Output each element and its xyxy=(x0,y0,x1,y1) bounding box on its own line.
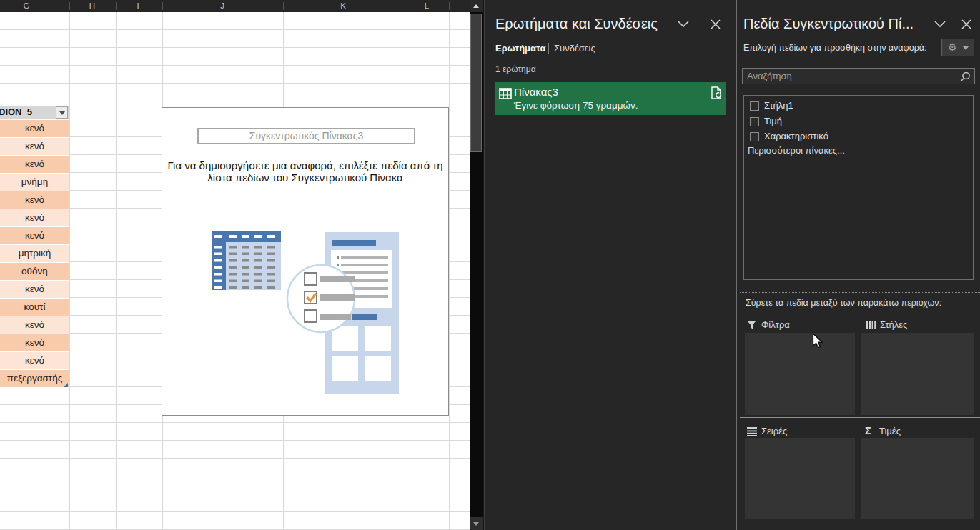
field-row[interactable]: Χαρακτηριστικό xyxy=(744,130,973,145)
column-divider xyxy=(69,2,70,10)
column-letter-K[interactable]: K xyxy=(340,0,346,12)
areas-horizontal-divider xyxy=(740,417,980,418)
column-letter-H[interactable]: H xyxy=(89,0,95,12)
table-row[interactable]: κουτί xyxy=(0,299,69,316)
columns-icon xyxy=(866,320,876,330)
field-label: Τιμή xyxy=(764,116,782,126)
spreadsheet-grid[interactable]: GHIJKL DION_5 κενόκενόκενόμνήμηκενόκενόκ… xyxy=(0,0,470,530)
column-letter-L[interactable]: L xyxy=(425,0,429,12)
triangle-down-icon xyxy=(473,522,479,526)
table-row[interactable]: κενό xyxy=(0,191,69,209)
drop-zone-filters[interactable] xyxy=(745,333,855,415)
field-checkbox[interactable] xyxy=(750,132,759,141)
drop-zone-rows[interactable] xyxy=(745,438,855,519)
search-box[interactable] xyxy=(742,68,975,84)
refresh-file-icon[interactable] xyxy=(711,86,724,101)
table-row[interactable]: μητρική xyxy=(0,245,69,263)
vertical-scrollbar[interactable] xyxy=(470,0,483,530)
table-row[interactable]: κενό xyxy=(0,227,69,245)
column-letter-G[interactable]: G xyxy=(24,0,30,12)
table-row[interactable]: κενό xyxy=(0,120,69,138)
table-row[interactable]: κενό xyxy=(0,209,69,227)
field-label: Στήλη1 xyxy=(764,100,793,111)
table-row[interactable]: κενό xyxy=(0,316,69,334)
table-row[interactable]: κενό xyxy=(0,281,69,299)
column-divider xyxy=(116,2,117,10)
table-row[interactable]: κενό xyxy=(0,334,69,352)
chevron-down-icon xyxy=(59,111,65,115)
gear-icon: ⚙ xyxy=(948,41,957,53)
column-divider xyxy=(449,2,450,10)
table-row[interactable]: μνήμη xyxy=(0,174,69,191)
close-icon[interactable] xyxy=(711,19,721,29)
sigma-icon: Σ xyxy=(865,424,871,436)
scroll-down-button[interactable] xyxy=(470,517,483,530)
chevron-down-icon[interactable] xyxy=(678,21,689,28)
divider xyxy=(495,76,725,76)
tab-queries[interactable]: Ερωτήματα xyxy=(495,43,545,54)
drag-hint-text: Σύρετε τα πεδία μεταξύ των παρακάτω περι… xyxy=(746,298,941,308)
query-item[interactable]: Πίνακας3 Έγινε φόρτωση 75 γραμμών. xyxy=(495,82,726,115)
table-illustration-icon xyxy=(212,231,281,290)
queries-connections-panel: Ερωτήματα και Συνδέσεις Ερωτήματα Συνδέσ… xyxy=(484,0,737,530)
scroll-up-button[interactable] xyxy=(470,0,483,12)
pivot-illustration xyxy=(205,226,412,404)
tab-connections[interactable]: Συνδέσεις xyxy=(554,43,595,54)
field-row[interactable]: Τιμή xyxy=(744,115,973,130)
field-label: Χαρακτηριστικό xyxy=(764,131,828,141)
excel-window: GHIJKL DION_5 κενόκενόκενόμνήμηκενόκενόκ… xyxy=(0,0,980,530)
table-resize-handle[interactable] xyxy=(64,383,68,387)
field-checkbox[interactable] xyxy=(750,117,759,126)
filter-dropdown-button[interactable] xyxy=(56,106,68,119)
query-count-label: 1 ερώτημα xyxy=(495,64,536,74)
grid-vline xyxy=(69,12,70,530)
areas-vertical-divider xyxy=(858,321,858,519)
close-icon[interactable] xyxy=(961,19,971,29)
field-checkbox[interactable] xyxy=(750,101,759,111)
filter-icon xyxy=(747,320,757,330)
rows-icon xyxy=(747,426,757,436)
column-divider xyxy=(283,2,284,10)
table-row[interactable]: κενό xyxy=(0,138,69,156)
chevron-down-icon[interactable] xyxy=(934,21,946,28)
column-divider xyxy=(162,2,163,10)
search-icon xyxy=(959,71,971,83)
fields-panel-title: Πεδία Συγκεντρωτικού Πί... xyxy=(743,16,914,32)
dotted-separator xyxy=(740,292,980,293)
grid-vline xyxy=(449,12,450,530)
query-name: Πίνακας3 xyxy=(514,86,558,98)
column-letter-I[interactable]: I xyxy=(137,0,139,12)
table-row[interactable]: κενό xyxy=(0,156,69,174)
field-row[interactable]: Στήλη1 xyxy=(744,99,973,114)
fields-subtitle: Επιλογή πεδίων για προσθήκη στην αναφορά… xyxy=(743,43,926,53)
table-row[interactable]: οθόνη xyxy=(0,263,69,281)
table-icon xyxy=(499,88,513,100)
column-divider xyxy=(405,2,405,10)
scrollbar-thumb[interactable] xyxy=(470,14,482,152)
mouse-cursor xyxy=(812,333,823,349)
table-row[interactable]: πεξεργαστής xyxy=(0,370,69,388)
triangle-up-icon xyxy=(473,4,479,8)
column-letter-J[interactable]: J xyxy=(220,0,224,12)
field-list: Στήλη1ΤιμήΧαρακτηριστικό Περισσότεροι πί… xyxy=(743,95,974,280)
tab-separator xyxy=(548,43,549,54)
pivot-placeholder[interactable]: Συγκεντρωτικός Πίνακας3 Για να δημιουργή… xyxy=(162,107,449,416)
drop-zone-values[interactable] xyxy=(861,438,974,519)
pivot-placeholder-title: Συγκεντρωτικός Πίνακας3 xyxy=(197,128,415,144)
query-status: Έγινε φόρτωση 75 γραμμών. xyxy=(514,100,638,111)
chevron-down-icon xyxy=(963,46,969,50)
more-tables-link[interactable]: Περισσότεροι πίνακες... xyxy=(748,145,845,156)
queries-panel-title: Ερωτήματα και Συνδέσεις xyxy=(495,16,658,32)
pivot-fields-panel: Πεδία Συγκεντρωτικού Πί... Επιλογή πεδίω… xyxy=(737,0,980,530)
table-row[interactable]: κενό xyxy=(0,352,69,370)
column-header-strip: GHIJKL xyxy=(0,0,470,12)
search-input[interactable] xyxy=(743,69,974,84)
drop-zone-columns[interactable] xyxy=(861,333,974,415)
pivot-placeholder-instruction: Για να δημιουργήσετε μια αναφορά, επιλέξ… xyxy=(162,159,448,184)
grid-vline xyxy=(116,12,117,530)
tools-button[interactable]: ⚙ xyxy=(941,39,974,56)
